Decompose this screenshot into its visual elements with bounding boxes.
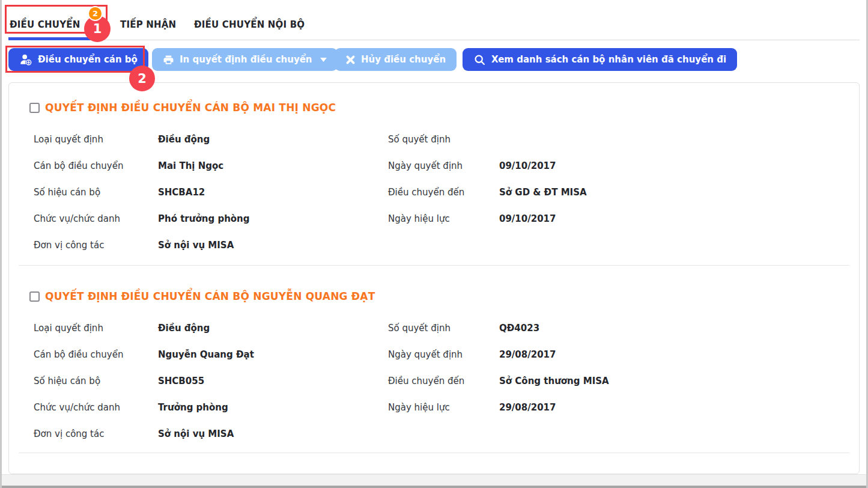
transfer-decision-card: QUYẾT ĐỊNH ĐIỀU CHUYỂN CÁN BỘ NGUYỄN QUA… [9,288,859,447]
field-value: 29/08/2017 [499,349,859,360]
card-fields: Loại quyết định Điều động Số quyết định … [9,126,859,258]
field-row: Số hiệu cán bộ SHCBA12 Điều chuyển đến S… [34,179,859,206]
window-bottom-gutter [2,474,866,486]
window-left-border [0,0,2,488]
tab-count-badge: 2 [88,6,103,21]
field-value: QĐ4023 [499,323,859,334]
field-label: Điều chuyển đến [388,187,499,198]
field-row: Loại quyết định Điều động Số quyết định … [34,315,859,341]
select-decision-checkbox[interactable] [29,291,40,302]
window-bottom-border [0,486,868,488]
annotation-step-2: 2 [129,66,155,91]
field-value: Điều động [158,323,388,334]
active-tab-underline [8,37,91,40]
field-value: Sở nội vụ MISA [158,429,388,439]
field-row: Cán bộ điều chuyển Nguyễn Quang Đạt Ngày… [34,341,859,368]
field-row: Đơn vị công tác Sở nội vụ MISA [34,232,859,258]
field-value: Nguyễn Quang Đạt [158,349,388,360]
field-value: Sở GD & ĐT MISA [499,187,859,198]
card-title: QUYẾT ĐỊNH ĐIỀU CHUYỂN CÁN BỘ MAI THỊ NG… [45,102,336,114]
field-value: SHCB055 [158,376,388,386]
caret-down-icon [320,58,327,62]
card-divider [19,453,849,453]
field-label: Đơn vị công tác [34,240,158,251]
field-label: Cán bộ điều chuyển [34,349,158,360]
field-label: Chức vụ/chức danh [34,213,158,224]
field-row: Số hiệu cán bộ SHCB055 Điều chuyển đến S… [34,368,859,394]
cancel-transfer-button[interactable]: Hủy điều chuyển [335,48,457,71]
field-label: Số quyết định [388,134,499,145]
print-decision-button[interactable]: In quyết định điều chuyển [152,48,338,71]
field-value: Sở nội vụ MISA [158,240,388,251]
field-label: Số quyết định [388,323,499,334]
field-label: Ngày quyết định [388,349,499,360]
card-header: QUYẾT ĐỊNH ĐIỀU CHUYỂN CÁN BỘ MAI THỊ NG… [29,100,859,115]
field-label: Ngày quyết định [388,160,499,171]
tab-dieu-chuyen-noi-bo[interactable]: ĐIỀU CHUYỂN NỘI BỘ [194,16,305,33]
field-value: 29/08/2017 [499,402,859,413]
view-transferred-list-button-label: Xem danh sách cán bộ nhân viên đã chuyển… [491,54,726,65]
decisions-panel: QUYẾT ĐỊNH ĐIỀU CHUYỂN CÁN BỘ MAI THỊ NG… [8,82,860,474]
field-label: Chức vụ/chức danh [34,402,158,413]
app-window: ĐIỀU CHUYỂN TIẾP NHẬN ĐIỀU CHUYỂN NỘI BỘ… [0,0,868,488]
card-header: QUYẾT ĐỊNH ĐIỀU CHUYỂN CÁN BỘ NGUYỄN QUA… [29,288,859,304]
field-row: Đơn vị công tác Sở nội vụ MISA [34,421,859,447]
field-label: Loại quyết định [34,134,158,145]
field-value: Điều động [158,134,388,145]
tab-tiep-nhan[interactable]: TIẾP NHẬN [120,16,176,33]
field-label: Số hiệu cán bộ [34,376,158,386]
tabbar-divider [8,40,860,40]
field-label: Loại quyết định [34,323,158,334]
field-row: Chức vụ/chức danh Phó trưởng phòng Ngày … [34,206,859,232]
cancel-transfer-button-label: Hủy điều chuyển [361,54,446,65]
search-icon [473,53,486,66]
card-fields: Loại quyết định Điều động Số quyết định … [9,315,859,447]
view-transferred-list-button[interactable]: Xem danh sách cán bộ nhân viên đã chuyển… [463,48,737,71]
field-label: Số hiệu cán bộ [34,187,158,198]
printer-icon [163,54,174,66]
field-row: Cán bộ điều chuyển Mai Thị Ngọc Ngày quy… [34,153,859,179]
field-value: Sở Công thương MISA [499,376,859,386]
annotation-rect-transfer-button [5,46,145,73]
field-value: 09/10/2017 [499,160,859,171]
field-value: 09/10/2017 [499,213,859,224]
field-value: Phó trưởng phòng [158,213,388,224]
field-value: Mai Thị Ngọc [158,160,388,171]
transfer-decision-card: QUYẾT ĐỊNH ĐIỀU CHUYỂN CÁN BỘ MAI THỊ NG… [9,100,859,258]
card-divider [19,265,849,266]
field-label: Cán bộ điều chuyển [34,160,158,171]
field-row: Loại quyết định Điều động Số quyết định [34,126,859,153]
field-label: Ngày hiệu lực [388,213,499,224]
x-icon [345,55,356,65]
field-label: Đơn vị công tác [34,429,158,439]
select-decision-checkbox[interactable] [29,103,40,113]
field-value: Trưởng phòng [158,402,388,413]
field-row: Chức vụ/chức danh Trưởng phòng Ngày hiệu… [34,394,859,421]
print-decision-button-label: In quyết định điều chuyển [180,54,312,65]
field-label: Điều chuyển đến [388,376,499,386]
field-value: SHCBA12 [158,187,388,198]
field-label: Ngày hiệu lực [388,402,499,413]
card-title: QUYẾT ĐỊNH ĐIỀU CHUYỂN CÁN BỘ NGUYỄN QUA… [45,290,375,302]
